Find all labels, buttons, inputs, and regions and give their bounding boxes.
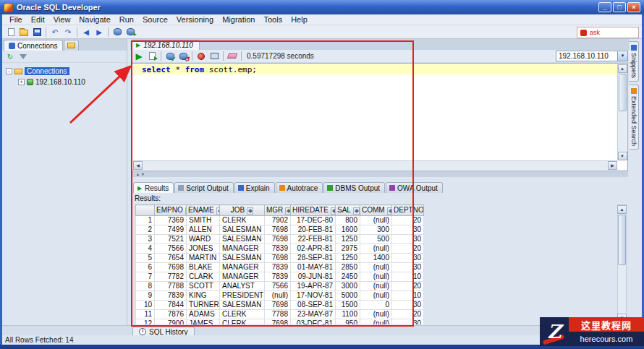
expand-icon[interactable]: + — [18, 79, 25, 85]
data-cell[interactable]: CLARK — [187, 272, 220, 282]
clear-button[interactable] — [226, 51, 239, 62]
data-cell[interactable]: 7698 — [265, 301, 291, 310]
column-header-hiredate[interactable]: HIREDATE — [291, 205, 336, 216]
ask-overlay[interactable]: ask — [577, 27, 639, 38]
table-row[interactable]: 127900JAMESCLERK769803-DEC-81950(null)30 — [136, 319, 424, 325]
new-file-button[interactable] — [4, 26, 17, 38]
data-cell[interactable]: 7839 — [265, 244, 291, 254]
data-cell[interactable]: BLAKE — [187, 263, 220, 272]
scroll-up-icon[interactable]: ▲ — [617, 205, 627, 214]
row-number-cell[interactable]: 11 — [136, 310, 155, 319]
data-cell[interactable]: 800 — [336, 216, 360, 225]
menu-versioning[interactable]: Versioning — [172, 15, 218, 24]
data-cell[interactable]: 20 — [392, 310, 424, 319]
menu-tools[interactable]: Tools — [259, 15, 287, 24]
data-cell[interactable]: TURNER — [187, 301, 220, 310]
menu-run[interactable]: Run — [115, 15, 138, 24]
data-cell[interactable]: 30 — [392, 225, 424, 235]
data-cell[interactable]: 7900 — [155, 319, 187, 325]
minimize-button[interactable]: _ — [598, 2, 611, 12]
data-cell[interactable]: 7902 — [265, 216, 291, 225]
data-cell[interactable]: 7698 — [265, 319, 291, 325]
tab-dbms-output[interactable]: DBMS Output — [323, 182, 385, 193]
data-cell[interactable]: (null) — [360, 310, 392, 319]
sort-icon[interactable] — [216, 207, 220, 215]
tab-extended-search[interactable]: Extended Search — [630, 85, 639, 150]
data-cell[interactable]: 300 — [360, 225, 392, 235]
data-cell[interactable]: (null) — [360, 291, 392, 301]
data-cell[interactable]: 500 — [360, 235, 392, 244]
table-row[interactable]: 67698BLAKEMANAGER783901-MAY-812850(null)… — [136, 263, 424, 272]
results-splitter[interactable]: ▲ ▼ — [132, 171, 628, 177]
data-cell[interactable]: 7499 — [155, 225, 187, 235]
data-cell[interactable]: 03-DEC-81 — [291, 319, 336, 325]
editor-hscrollbar[interactable]: ◀ ▶ — [133, 160, 617, 170]
data-cell[interactable]: ANALYST — [220, 282, 265, 291]
data-cell[interactable]: 30 — [392, 254, 424, 263]
data-cell[interactable]: 7521 — [155, 235, 187, 244]
scroll-thumb[interactable] — [618, 215, 626, 265]
menu-edit[interactable]: Edit — [27, 15, 49, 24]
row-number-cell[interactable]: 7 — [136, 272, 155, 282]
data-cell[interactable]: 30 — [392, 263, 424, 272]
run-statement-button[interactable]: ▶ — [132, 51, 145, 62]
data-cell[interactable]: 1250 — [336, 235, 360, 244]
scroll-thumb[interactable] — [619, 74, 627, 111]
data-cell[interactable]: 7844 — [155, 301, 187, 310]
table-row[interactable]: 77782CLARKMANAGER783909-JUN-812450(null)… — [136, 272, 424, 282]
sort-icon[interactable] — [285, 207, 290, 215]
redo-button[interactable]: ↷ — [62, 26, 75, 38]
data-cell[interactable]: 7698 — [265, 225, 291, 235]
data-cell[interactable]: (null) — [360, 244, 392, 254]
data-cell[interactable]: 7654 — [155, 254, 187, 263]
data-cell[interactable]: 01-MAY-81 — [291, 263, 336, 272]
row-number-cell[interactable]: 6 — [136, 263, 155, 272]
table-row[interactable]: 37521WARDSALESMAN769822-FEB-81125050030 — [136, 235, 424, 244]
data-cell[interactable]: (null) — [360, 282, 392, 291]
table-row[interactable]: 117876ADAMSCLERK778823-MAY-871100(null)2… — [136, 310, 424, 319]
data-cell[interactable]: 1250 — [336, 254, 360, 263]
connection-selector[interactable]: 192.168.10.110 ▼ — [556, 51, 628, 61]
forward-button[interactable]: ▶ — [93, 26, 106, 38]
column-header-empno[interactable]: EMPNO — [155, 205, 187, 216]
new-connection-button[interactable] — [124, 26, 137, 38]
menu-help[interactable]: Help — [287, 15, 312, 24]
row-number-cell[interactable]: 9 — [136, 291, 155, 301]
scroll-up-icon[interactable]: ▲ — [618, 64, 627, 73]
data-cell[interactable]: ALLEN — [187, 225, 220, 235]
data-cell[interactable]: 950 — [336, 319, 360, 325]
data-cell[interactable]: 2975 — [336, 244, 360, 254]
data-cell[interactable]: 02-APR-81 — [291, 244, 336, 254]
rollback-button[interactable] — [177, 51, 190, 62]
scroll-down-icon[interactable]: ▼ — [618, 152, 627, 160]
run-script-button[interactable] — [145, 51, 158, 62]
data-cell[interactable]: 1500 — [336, 301, 360, 310]
data-cell[interactable]: MANAGER — [220, 272, 265, 282]
table-row[interactable]: 57654MARTINSALESMAN769828-SEP-8112501400… — [136, 254, 424, 263]
refresh-button[interactable]: ↻ — [4, 51, 17, 62]
data-cell[interactable]: 7369 — [155, 216, 187, 225]
data-cell[interactable]: (null) — [360, 272, 392, 282]
data-cell[interactable]: 1400 — [360, 254, 392, 263]
data-cell[interactable]: 20-FEB-81 — [291, 225, 336, 235]
open-connection-button[interactable] — [111, 26, 124, 38]
data-cell[interactable]: 20 — [392, 244, 424, 254]
data-table[interactable]: EMPNOENAMEJOBMGRHIREDATESALCOMMDEPTNO 17… — [135, 204, 424, 324]
tab-autotrace[interactable]: Autotrace — [276, 182, 323, 193]
row-number-cell[interactable]: 5 — [136, 254, 155, 263]
tab-worksheet[interactable]: ▶ 192.168.10.110 — [132, 40, 200, 50]
menu-file[interactable]: File — [5, 15, 27, 24]
data-cell[interactable]: 7839 — [265, 272, 291, 282]
column-header-mgr[interactable]: MGR — [265, 205, 291, 216]
row-number-cell[interactable]: 10 — [136, 301, 155, 310]
data-cell[interactable]: ADAMS — [187, 310, 220, 319]
data-cell[interactable]: KING — [187, 291, 220, 301]
data-cell[interactable]: 17-NOV-81 — [291, 291, 336, 301]
menu-view[interactable]: View — [49, 15, 75, 24]
data-cell[interactable]: 7839 — [155, 291, 187, 301]
table-row[interactable]: 27499ALLENSALESMAN769820-FEB-81160030030 — [136, 225, 424, 235]
data-cell[interactable]: 20 — [392, 216, 424, 225]
row-number-cell[interactable]: 8 — [136, 282, 155, 291]
table-row[interactable]: 97839KINGPRESIDENT(null)17-NOV-815000(nu… — [136, 291, 424, 301]
column-header-sal[interactable]: SAL — [336, 205, 360, 216]
